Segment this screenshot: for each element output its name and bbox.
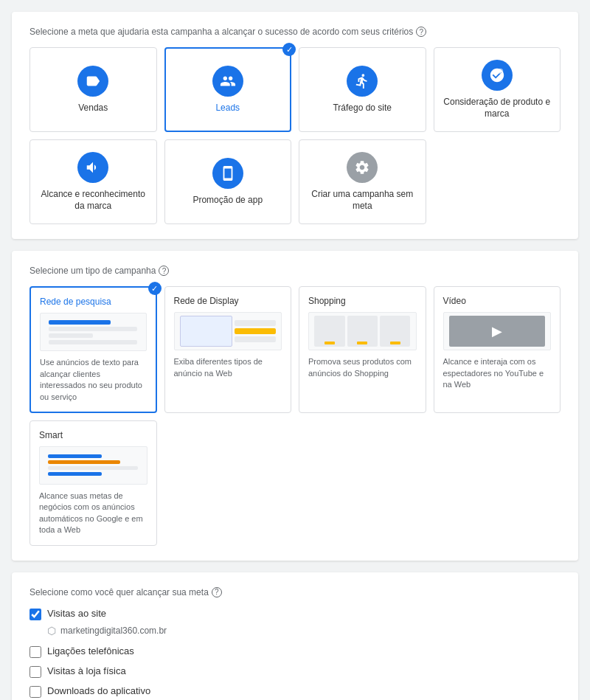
goal-label-vendas: Vendas — [78, 103, 108, 114]
goal-icon-vendas — [77, 66, 108, 97]
campaign-card-video[interactable]: ✓Vídeo▶Alcance e interaja com os especta… — [434, 286, 561, 413]
site-url-subitem: ⬡marketingdigital360.com.br — [47, 625, 560, 637]
goal-card-leads[interactable]: ✓Leads — [164, 47, 292, 132]
checkbox-item-ligacoes[interactable]: Ligações telefônicas — [30, 645, 560, 658]
campaign-check-badge: ✓ — [148, 282, 162, 295]
section2-help-icon[interactable]: ? — [159, 266, 169, 276]
goal-label-leads: Leads — [215, 103, 240, 114]
section1-help-icon[interactable]: ? — [416, 27, 426, 37]
section3-help-icon[interactable]: ? — [212, 587, 222, 597]
section1-title: Selecione a meta que ajudaria esta campa… — [30, 27, 560, 37]
goal-icon-trafego — [347, 66, 378, 97]
goal-label-semMeta: Criar uma campanha sem meta — [307, 189, 418, 212]
checkbox-label-ligacoes: Ligações telefônicas — [47, 645, 134, 656]
goal-card-vendas[interactable]: ✓Vendas — [30, 47, 157, 132]
campaign-title-video: Vídeo — [443, 296, 552, 306]
checkbox-item-visitas[interactable]: Visitas ao site — [30, 608, 560, 620]
campaign-title-shopping: Shopping — [308, 296, 417, 306]
section3-title-text: Selecione como você quer alcançar sua me… — [30, 587, 209, 597]
site-url[interactable]: marketingdigital360.com.br — [60, 626, 167, 636]
campaign-image-display — [174, 312, 282, 350]
campaign-card-display[interactable]: ✓Rede de DisplayExiba diferentes tipos d… — [164, 286, 292, 413]
goals-grid: ✓Vendas✓Leads✓Tráfego do site✓Consideraç… — [30, 47, 560, 224]
reach-goal-section: Selecione como você quer alcançar sua me… — [12, 572, 578, 701]
checkbox-ligacoes[interactable] — [30, 646, 41, 658]
goal-card-consideracao[interactable]: ✓Consideração de produto e marca — [434, 47, 561, 132]
goal-card-trafego[interactable]: ✓Tráfego do site — [299, 47, 426, 132]
checkbox-group: Visitas ao site⬡marketingdigital360.com.… — [30, 608, 560, 701]
checkbox-visitas[interactable] — [30, 609, 41, 620]
goal-icon-semMeta — [347, 152, 378, 183]
campaign-title-pesquisa: Rede de pesquisa — [40, 297, 147, 307]
goal-icon-consideracao — [482, 60, 513, 91]
campaign-title-display: Rede de Display — [174, 296, 282, 306]
checkbox-item-loja[interactable]: Visitas à loja física — [30, 665, 560, 678]
link-icon: ⬡ — [47, 625, 56, 637]
goal-card-alcance[interactable]: ✓Alcance e reconhecimento da marca — [30, 139, 157, 224]
checkbox-label-visitas: Visitas ao site — [47, 608, 106, 619]
goal-label-promocao: Promoção de app — [192, 195, 263, 207]
campaign-image-video: ▶ — [443, 312, 552, 350]
campaign-card-shopping[interactable]: ✓ShoppingPromova seus produtos com anúnc… — [299, 286, 426, 413]
goal-icon-alcance — [77, 152, 108, 183]
section2-title: Selecione um tipo de campanha ? — [30, 266, 560, 276]
campaign-image-smart — [39, 446, 148, 485]
campaign-type-section: Selecione um tipo de campanha ? ✓Rede de… — [12, 251, 578, 560]
campaign-title-smart: Smart — [39, 430, 148, 440]
goal-label-consideracao: Consideração de produto e marca — [442, 97, 553, 119]
goal-label-trafego: Tráfego do site — [333, 103, 392, 114]
campaign-desc-shopping: Promova seus produtos com anúncios do Sh… — [308, 356, 417, 379]
goal-icon-promocao — [212, 158, 243, 189]
goal-selection-section: Selecione a meta que ajudaria esta campa… — [12, 12, 578, 239]
check-badge: ✓ — [282, 43, 296, 56]
section1-title-text: Selecione a meta que ajudaria esta campa… — [30, 27, 413, 37]
campaign-image-shopping — [308, 312, 417, 350]
section2-title-text: Selecione um tipo de campanha — [30, 266, 156, 276]
checkbox-label-downloads: Downloads do aplicativo — [47, 685, 150, 696]
campaign-desc-pesquisa: Use anúncios de texto para alcançar clie… — [40, 357, 147, 403]
campaign-grid: ✓Rede de pesquisaUse anúncios de texto p… — [30, 286, 560, 413]
campaign-card-smart[interactable]: ✓SmartAlcance suas metas de negócios com… — [30, 420, 157, 546]
campaign-desc-smart: Alcance suas metas de negócios com os an… — [39, 491, 148, 536]
checkbox-item-downloads[interactable]: Downloads do aplicativo — [30, 685, 560, 698]
campaign-desc-video: Alcance e interaja com os espectadores n… — [443, 356, 552, 390]
checkbox-loja[interactable] — [30, 666, 41, 678]
goal-card-promocao[interactable]: ✓Promoção de app — [164, 139, 292, 224]
goal-icon-leads — [212, 66, 243, 97]
goal-label-alcance: Alcance e reconhecimento da marca — [38, 189, 149, 212]
campaign-card-pesquisa[interactable]: ✓Rede de pesquisaUse anúncios de texto p… — [30, 286, 157, 413]
checkbox-downloads[interactable] — [30, 686, 41, 698]
section3-title: Selecione como você quer alcançar sua me… — [30, 587, 560, 597]
checkbox-label-loja: Visitas à loja física — [47, 665, 126, 676]
campaign-desc-display: Exiba diferentes tipos de anúncio na Web — [174, 356, 282, 379]
goal-card-semMeta[interactable]: ✓Criar uma campanha sem meta — [299, 139, 426, 224]
campaign-row2: ✓SmartAlcance suas metas de negócios com… — [30, 420, 560, 546]
campaign-image-pesquisa — [40, 313, 147, 351]
